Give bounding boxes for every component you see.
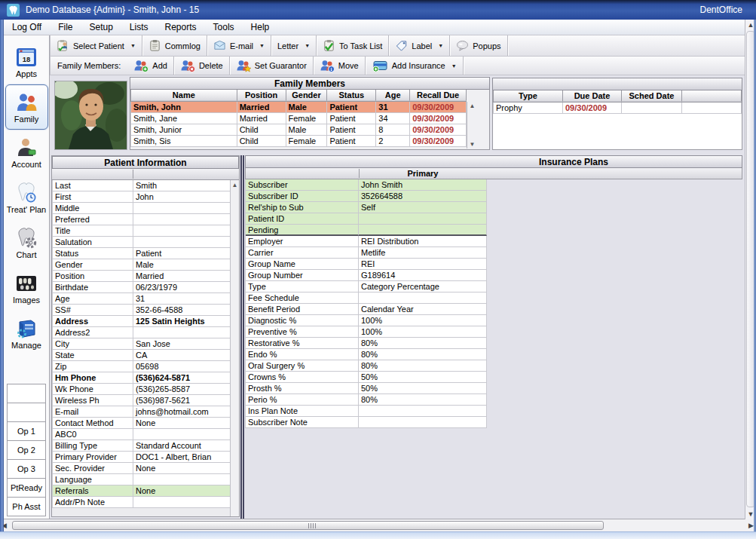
set-guarantor-button[interactable]: Set Guarantor	[230, 57, 314, 75]
email-button[interactable]: E-mail ▼	[207, 35, 271, 56]
dropdown-arrow-icon[interactable]: ▼	[128, 43, 136, 48]
patient-info-row[interactable]: Billing Type Standard Account	[52, 440, 231, 452]
scroll-right-icon[interactable]: ▶	[748, 522, 754, 529]
patient-info-row[interactable]: Preferred	[52, 214, 231, 225]
patient-info-row[interactable]: Last Smith	[52, 180, 231, 191]
patient-info-row[interactable]: ABC0	[52, 429, 231, 440]
family-member-row[interactable]: Smith, John Married Male Patient 31 09/3…	[130, 102, 467, 113]
patient-info-row[interactable]: Wireless Ph (536)987-5621	[52, 395, 231, 406]
patient-info-row[interactable]: State CA	[52, 350, 231, 361]
insurance-row[interactable]: Diagnostic % 100%	[245, 315, 487, 326]
patient-info-row[interactable]: Address 125 Satin Heights	[52, 316, 231, 327]
patient-info-row[interactable]: E-mail johns@hotmail.com	[52, 406, 231, 418]
patient-info-row[interactable]: First John	[52, 191, 231, 203]
horizontal-scroll-thumb[interactable]	[12, 521, 604, 530]
insurance-row[interactable]: Rel'ship to Sub Self	[245, 202, 487, 213]
patient-info-row[interactable]: Referrals None	[52, 485, 231, 497]
insurance-row[interactable]: Ins Plan Note	[245, 406, 487, 417]
dropdown-arrow-icon[interactable]: ▼	[449, 63, 457, 69]
select-patient-button[interactable]: Select Patient ▼	[51, 35, 142, 56]
insurance-row[interactable]: Endo % 80%	[245, 349, 487, 360]
horizontal-scrollbar[interactable]: ◀ ▶	[0, 519, 756, 531]
insurance-row[interactable]: Prosth % 50%	[245, 383, 487, 394]
insurance-row[interactable]: Oral Surgery % 80%	[245, 360, 487, 372]
patient-info-row[interactable]: Birthdate 06/23/1979	[52, 282, 231, 293]
insurance-row[interactable]: Carrier Metlife	[245, 247, 487, 259]
dropdown-arrow-icon[interactable]: ▼	[302, 43, 310, 48]
menu-item[interactable]: Help	[243, 20, 278, 35]
popups-button[interactable]: Popups	[450, 35, 507, 56]
sidebar-item-family[interactable]: Family	[5, 84, 48, 130]
sidebar-item-appts[interactable]: 18 Appts	[5, 39, 48, 84]
sidebar-item-account[interactable]: Account	[5, 130, 48, 175]
operatory-button[interactable]	[7, 384, 46, 403]
letter-button[interactable]: Letter ▼	[271, 35, 317, 56]
insurance-row[interactable]: Subscriber Note	[245, 417, 487, 428]
patient-info-row[interactable]: Salutation	[52, 237, 231, 248]
patient-info-row[interactable]: Hm Phone (536)624-5871	[52, 372, 231, 384]
sidebar-item-images[interactable]: Images	[5, 265, 48, 311]
menu-item[interactable]: File	[50, 20, 81, 35]
insurance-row[interactable]: Fee Schedule	[245, 292, 487, 304]
patient-info-row[interactable]: Primary Provider DOC1 - Albert, Brian	[52, 452, 231, 463]
insurance-row[interactable]: Crowns % 50%	[245, 372, 487, 383]
move-family-member-button[interactable]: Move	[314, 57, 366, 75]
dropdown-arrow-icon[interactable]: ▼	[257, 43, 265, 48]
menu-item[interactable]: Lists	[121, 20, 157, 35]
operatory-button[interactable]: Op 1	[7, 421, 46, 441]
patient-info-row[interactable]: Contact Method None	[52, 418, 231, 429]
patient-info-row[interactable]: Address2	[52, 327, 231, 338]
menu-item[interactable]: Reports	[157, 20, 205, 35]
dropdown-arrow-icon[interactable]: ▼	[436, 43, 443, 48]
patient-info-row[interactable]: Gender Male	[52, 259, 231, 271]
scroll-up-icon[interactable]: ▲	[467, 103, 477, 109]
insurance-row[interactable]: Subscriber John Smith	[245, 179, 487, 191]
insurance-row[interactable]: Employer REI Distribution	[245, 236, 487, 247]
sidebar-item-chart[interactable]: Chart	[5, 220, 48, 265]
menu-item[interactable]: Tools	[205, 20, 243, 35]
patient-info-row[interactable]: Status Patient	[52, 248, 231, 259]
scroll-up-icon[interactable]: ▲	[231, 180, 239, 188]
patient-info-row[interactable]: Age 31	[52, 293, 231, 305]
patient-info-row[interactable]: Title	[52, 225, 231, 237]
insurance-row[interactable]: Preventive % 100%	[245, 326, 487, 338]
add-insurance-button[interactable]: Add Insurance ▼	[366, 57, 464, 75]
patient-info-scrollbar[interactable]: ▲	[230, 180, 239, 516]
label-button[interactable]: Label ▼	[389, 35, 450, 56]
commlog-button[interactable]: Commlog	[142, 35, 207, 56]
sidebar-item-treat-plan[interactable]: Treat' Plan	[5, 175, 48, 220]
patient-info-row[interactable]: Position Married	[52, 271, 231, 282]
family-member-row[interactable]: Smith, Junior Child Male Patient 8 09/30…	[130, 124, 467, 136]
insurance-row[interactable]: Restorative % 80%	[245, 338, 487, 349]
menu-item[interactable]: Log Off	[4, 20, 50, 35]
insurance-row[interactable]: Group Number G189614	[245, 270, 487, 281]
recall-row[interactable]: Prophy 09/30/2009	[493, 103, 742, 114]
add-family-member-button[interactable]: Add	[127, 57, 174, 75]
menu-item[interactable]: Setup	[81, 20, 121, 35]
operatory-button[interactable]: PtReady	[7, 478, 46, 498]
patient-info-row[interactable]: Zip 05698	[52, 361, 231, 372]
patient-info-row[interactable]: Middle	[52, 203, 231, 214]
panel-splitter[interactable]	[240, 155, 244, 519]
scroll-down-icon[interactable]: ▼	[467, 141, 477, 148]
insurance-row[interactable]: Type Category Percentage	[245, 281, 487, 292]
insurance-row[interactable]: Perio % 80%	[245, 394, 487, 406]
patient-info-row[interactable]: Wk Phone (536)265-8587	[52, 384, 231, 395]
insurance-row[interactable]: Patient ID	[245, 213, 487, 225]
to-task-list-button[interactable]: To Task List	[317, 35, 389, 56]
insurance-row[interactable]: Pending	[245, 225, 487, 236]
patient-info-row[interactable]: City San Jose	[52, 338, 231, 350]
insurance-row[interactable]: Group Name REI	[245, 259, 487, 270]
operatory-button[interactable]: Ph Asst	[7, 497, 46, 516]
insurance-row[interactable]: Benefit Period Calendar Year	[245, 304, 487, 315]
family-member-row[interactable]: Smith, Jane Married Female Patient 34 09…	[130, 113, 467, 124]
patient-info-row[interactable]: SS# 352-66-4588	[52, 305, 231, 316]
patient-info-row[interactable]: Addr/Ph Note	[52, 497, 231, 508]
sidebar-item-manage[interactable]: Manage	[5, 311, 48, 356]
operatory-button[interactable]: Op 3	[7, 459, 46, 479]
patient-info-row[interactable]: Language	[52, 474, 231, 485]
family-scrollbar[interactable]: ▲ ▼	[467, 102, 477, 149]
patient-info-row[interactable]: Sec. Provider None	[52, 463, 231, 474]
operatory-button[interactable]	[7, 403, 46, 422]
delete-family-member-button[interactable]: Delete	[174, 57, 230, 75]
